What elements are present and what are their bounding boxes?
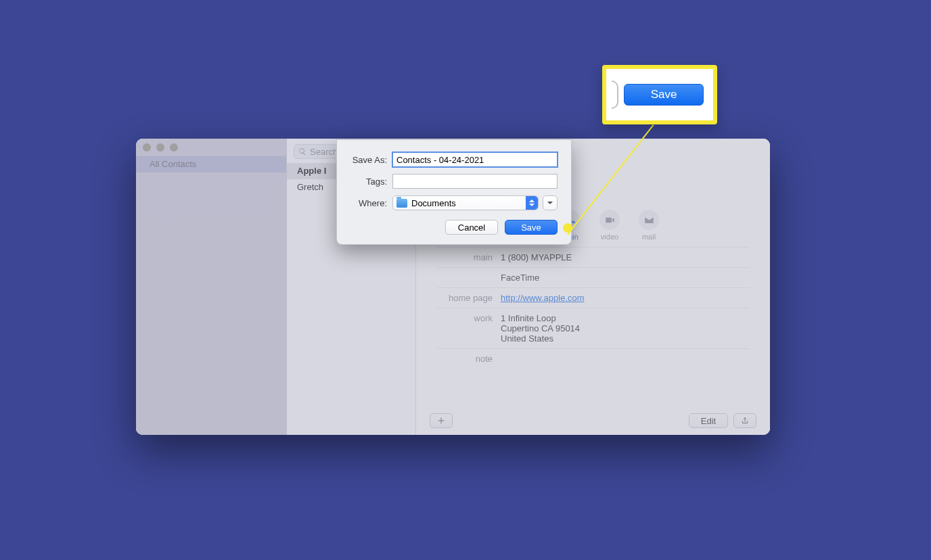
share-button[interactable] — [733, 413, 756, 428]
search-icon — [298, 147, 306, 156]
where-value: Documents — [411, 198, 456, 208]
zoom-window-button[interactable] — [170, 143, 178, 151]
tags-label: Tags: — [350, 177, 392, 187]
field-value: 1 Infinite Loop Cupertino CA 95014 Unite… — [501, 313, 750, 344]
close-window-button[interactable] — [143, 143, 151, 151]
save-sheet: Save As: Tags: Where: Documents Cancel S… — [336, 139, 572, 245]
contact-fields: main 1 (800) MYAPPLE FaceTime home page … — [436, 247, 750, 369]
expand-save-panel-button[interactable] — [543, 195, 558, 210]
where-label: Where: — [350, 198, 392, 208]
mail-icon — [644, 215, 654, 225]
field-label: note — [436, 354, 501, 364]
video-icon — [605, 215, 615, 225]
action-label: mail — [642, 233, 656, 241]
groups-sidebar: All Contacts — [136, 139, 287, 435]
search-placeholder: Search — [310, 147, 338, 157]
where-popup[interactable]: Documents — [392, 195, 539, 210]
tags-input[interactable] — [392, 174, 558, 189]
field-row-work-address: work 1 Infinite Loop Cupertino CA 95014 … — [436, 308, 750, 348]
field-label: main — [436, 252, 501, 262]
popup-arrows-icon — [526, 196, 538, 210]
plus-icon — [437, 417, 445, 425]
action-video[interactable]: video — [599, 210, 620, 241]
field-value[interactable] — [501, 354, 750, 364]
field-label: work — [436, 313, 501, 344]
detail-toolbar: Edit — [430, 413, 756, 428]
share-icon — [741, 417, 749, 425]
callout-save-button: Save — [624, 84, 704, 106]
sidebar-item-all-contacts[interactable]: All Contacts — [136, 156, 286, 172]
list-item-label: Apple I — [297, 166, 326, 176]
field-row-homepage: home page http://www.apple.com — [436, 287, 750, 308]
field-value: 1 (800) MYAPPLE — [501, 252, 750, 262]
minimize-window-button[interactable] — [156, 143, 164, 151]
callout-highlight: Save — [602, 65, 717, 124]
save-as-label: Save As: — [350, 155, 392, 165]
field-row-note: note — [436, 348, 750, 369]
action-label: video — [601, 233, 618, 241]
field-row-facetime: FaceTime — [436, 267, 750, 287]
folder-icon — [396, 199, 407, 208]
save-button[interactable]: Save — [505, 220, 558, 235]
save-as-input[interactable] — [392, 152, 558, 167]
callout-paren-icon — [612, 80, 618, 109]
homepage-link[interactable]: http://www.apple.com — [501, 293, 585, 303]
sidebar-item-label: All Contacts — [150, 159, 196, 169]
field-value: FaceTime — [501, 273, 750, 283]
field-row-phone: main 1 (800) MYAPPLE — [436, 247, 750, 267]
callout-leader-dot — [563, 223, 572, 233]
field-label: home page — [436, 293, 501, 303]
edit-button[interactable]: Edit — [689, 413, 728, 428]
field-label — [436, 273, 501, 283]
window-controls — [143, 143, 178, 151]
cancel-button[interactable]: Cancel — [445, 220, 498, 235]
add-button[interactable] — [430, 413, 453, 428]
action-mail[interactable]: mail — [639, 210, 659, 241]
list-item-label: Gretch — [297, 182, 323, 192]
